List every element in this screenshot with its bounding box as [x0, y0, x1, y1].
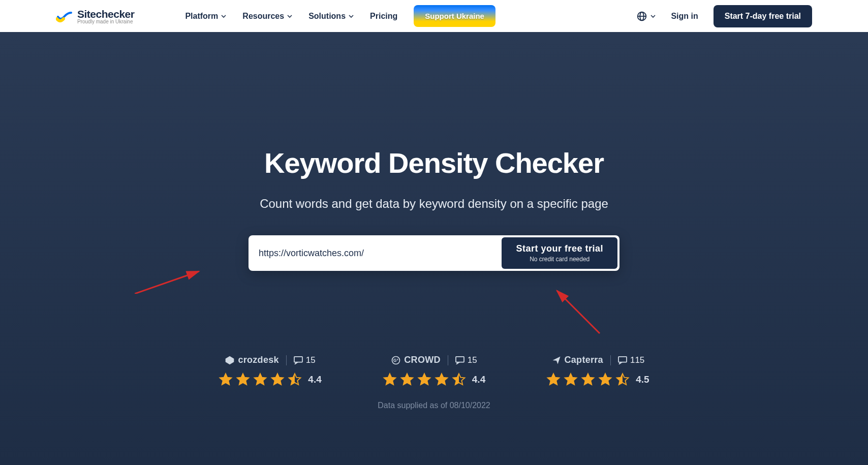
- rating-g2crowd: G² CROWD 15 4.4: [383, 355, 485, 387]
- review-number: 15: [306, 355, 316, 365]
- star-icon: [253, 373, 267, 387]
- divider: [286, 355, 287, 365]
- divider: [448, 355, 448, 365]
- stars-row: 4.5: [546, 373, 649, 387]
- chevron-down-icon: [287, 15, 292, 18]
- ratings-row: crozdesk 15 4.4 G²: [219, 355, 649, 387]
- brand-logo[interactable]: Sitechecker Proudly made in Ukraine: [56, 8, 134, 24]
- page-title: Keyword Density Checker: [264, 146, 604, 179]
- review-number: 115: [630, 355, 644, 365]
- stars-row: 4.4: [219, 373, 321, 387]
- cta-subtitle: No credit card needed: [530, 256, 590, 263]
- rating-top: G² CROWD 15: [391, 355, 477, 365]
- nav-item-solutions[interactable]: Solutions: [308, 12, 354, 21]
- svg-rect-19: [618, 356, 627, 362]
- svg-line-3: [557, 291, 600, 333]
- star-icon: [288, 373, 302, 387]
- url-input-container: Start your free trial No credit card nee…: [249, 235, 619, 271]
- nav-label: Pricing: [370, 12, 397, 21]
- star-icon: [546, 373, 561, 387]
- chevron-down-icon: [349, 15, 354, 18]
- svg-text:G²: G²: [393, 358, 398, 363]
- stars: [546, 373, 630, 387]
- brand-text: Sitechecker Proudly made in Ukraine: [77, 8, 134, 24]
- star-icon: [452, 373, 466, 387]
- rating-top: crozdesk 15: [225, 355, 315, 365]
- star-icon: [236, 373, 250, 387]
- svg-marker-4: [226, 356, 234, 364]
- crozdesk-icon: [225, 355, 235, 365]
- rating-score: 4.5: [636, 374, 649, 385]
- start-free-trial-button[interactable]: Start your free trial No credit card nee…: [502, 237, 617, 269]
- rating-score: 4.4: [472, 374, 485, 385]
- svg-line-2: [135, 271, 199, 294]
- nav-label: Platform: [185, 12, 218, 21]
- nav-item-pricing[interactable]: Pricing: [370, 12, 397, 21]
- brand-tagline: Proudly made in Ukraine: [77, 19, 134, 24]
- url-input[interactable]: [251, 248, 502, 259]
- sitechecker-logo-icon: [56, 10, 72, 23]
- globe-icon: [636, 11, 647, 22]
- vendor-label: crozdesk: [238, 355, 278, 365]
- cta-title: Start your free trial: [516, 243, 603, 254]
- star-icon: [400, 373, 414, 387]
- chat-icon: [294, 356, 303, 364]
- nav-label: Solutions: [308, 12, 346, 21]
- hero-section: Keyword Density Checker Count words and …: [0, 32, 868, 465]
- nav-label: Resources: [242, 12, 284, 21]
- header: Sitechecker Proudly made in Ukraine Plat…: [0, 0, 868, 32]
- language-selector[interactable]: [636, 11, 656, 22]
- vendor-name: G² CROWD: [391, 355, 441, 365]
- chat-icon: [618, 356, 627, 364]
- stars: [383, 373, 466, 387]
- rating-score: 4.4: [308, 374, 321, 385]
- divider: [610, 355, 611, 365]
- rating-capterra: Capterra 115 4.5: [546, 355, 649, 387]
- star-icon: [270, 373, 285, 387]
- chevron-down-icon: [221, 15, 226, 18]
- star-icon: [417, 373, 431, 387]
- stars-row: 4.4: [383, 373, 485, 387]
- start-trial-button[interactable]: Start 7-day free trial: [714, 5, 812, 27]
- vendor-name: Capterra: [551, 355, 603, 365]
- vendor-name: crozdesk: [225, 355, 278, 365]
- review-count: 15: [455, 355, 477, 365]
- g2-icon: G²: [391, 355, 401, 365]
- star-icon: [564, 373, 578, 387]
- rating-crozdesk: crozdesk 15 4.4: [219, 355, 321, 387]
- chevron-down-icon: [650, 15, 656, 18]
- svg-rect-5: [294, 356, 302, 362]
- vendor-label: CROWD: [404, 355, 441, 365]
- star-icon: [598, 373, 612, 387]
- star-icon: [615, 373, 630, 387]
- chat-icon: [455, 356, 464, 364]
- star-icon: [219, 373, 233, 387]
- nav-item-resources[interactable]: Resources: [242, 12, 292, 21]
- support-ukraine-button[interactable]: Support Ukraine: [414, 5, 495, 27]
- nav-item-platform[interactable]: Platform: [185, 12, 226, 21]
- capterra-icon: [551, 355, 562, 365]
- page-subtitle: Count words and get data by keyword dens…: [260, 197, 608, 211]
- review-count: 15: [294, 355, 316, 365]
- review-count: 115: [618, 355, 644, 365]
- stars: [219, 373, 302, 387]
- main-nav: Platform Resources Solutions Pricing Sup…: [185, 5, 495, 27]
- sign-in-link[interactable]: Sign in: [671, 12, 698, 21]
- star-icon: [435, 373, 449, 387]
- annotation-arrow-left-icon: [135, 268, 201, 294]
- annotation-arrow-right-icon: [554, 289, 602, 334]
- svg-rect-13: [456, 356, 464, 362]
- data-supplied-note: Data supplied as of 08/10/2022: [378, 401, 490, 410]
- rating-top: Capterra 115: [551, 355, 645, 365]
- star-icon: [383, 373, 397, 387]
- vendor-label: Capterra: [565, 355, 603, 365]
- review-number: 15: [468, 355, 477, 365]
- star-icon: [581, 373, 595, 387]
